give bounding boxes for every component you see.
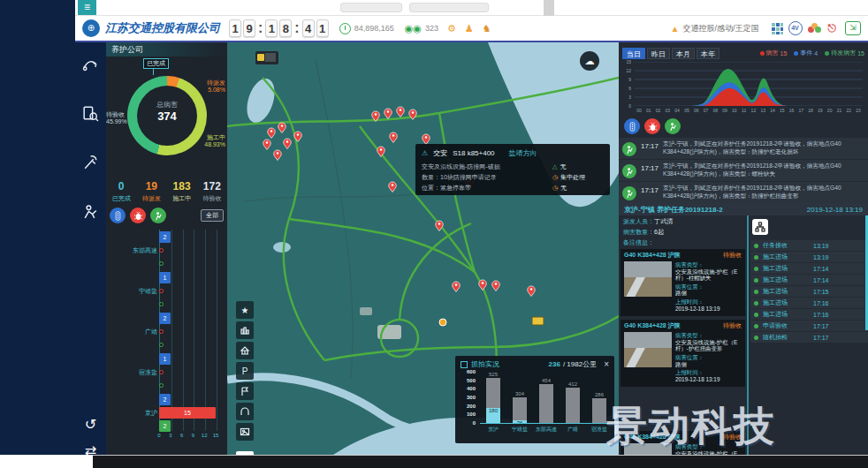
- rail-icon-worker[interactable]: [81, 203, 100, 222]
- disease-photo[interactable]: [624, 443, 672, 455]
- card-body: 病害类型：交安及沿线设施-护栏（E杆）-护栏扭曲变形病害位置：路侧上报时间：20…: [621, 332, 745, 387]
- bar-待派发[interactable]: 1: [159, 353, 171, 365]
- grid-apps-icon[interactable]: [772, 23, 783, 34]
- resize-icon[interactable]: ⇲: [845, 21, 861, 35]
- timeline-row[interactable]: 施工进场13:19: [750, 252, 868, 262]
- disease-filter-button[interactable]: [130, 208, 146, 223]
- service-area-button[interactable]: [236, 321, 254, 339]
- bar-待派发[interactable]: 2: [159, 394, 171, 405]
- landmark-button[interactable]: [236, 342, 254, 359]
- snapshot-bar[interactable]: [566, 388, 580, 423]
- palette-icon[interactable]: [808, 23, 821, 34]
- timeline-row[interactable]: 施工进场17:15: [750, 286, 868, 297]
- logout-icon[interactable]: ⎋: [828, 22, 837, 34]
- timeline-row[interactable]: 施工进场17:14: [750, 275, 868, 285]
- y-tick: 0: [473, 420, 476, 426]
- tab-month[interactable]: 本月: [672, 48, 695, 59]
- tunnel-button[interactable]: [236, 403, 254, 420]
- snapshot-bar[interactable]: 36: [513, 397, 527, 423]
- users-icon: ◉◉: [405, 23, 422, 34]
- event-row[interactable]: 17:17京沪-宁镇，刘斌正在对养护任务20191218-2申请验收，病害地点G…: [619, 160, 868, 181]
- strip-chip: [409, 3, 489, 12]
- tab-year[interactable]: 本年: [697, 48, 720, 59]
- rail-icon-inspection-search[interactable]: [81, 104, 100, 123]
- weather-cloud-button[interactable]: ☁: [580, 51, 599, 71]
- bar-施工[interactable]: 2: [159, 420, 171, 432]
- donut-center: 总病害 374: [137, 86, 197, 146]
- timeline-row[interactable]: 施工进场17:16: [750, 298, 868, 308]
- disease-photo[interactable]: [624, 261, 672, 297]
- bar-category-label: 广靖: [145, 328, 157, 336]
- clock-digit: 4: [302, 19, 315, 37]
- bar-病害[interactable]: 15: [159, 407, 216, 419]
- hour-tick: 10: [732, 108, 737, 113]
- donut-label-working: 施工中48.93%: [204, 134, 225, 148]
- bar-category-label: 宁靖盐: [139, 287, 157, 296]
- y-tick: 9: [628, 77, 631, 82]
- bar-row: 2: [159, 231, 171, 243]
- tab-today[interactable]: 当日: [622, 48, 645, 59]
- worker-filter-button[interactable]: [665, 118, 681, 134]
- y-tick: 600: [467, 369, 476, 374]
- company-bar-chart: 东部高速2宁靖盐1广靖2宿淮盐1京沪2152 03691215: [106, 230, 225, 440]
- timeline-row[interactable]: 施工进场17:14: [750, 263, 868, 274]
- rail-icon-repair-tools[interactable]: [81, 154, 100, 172]
- hour-tick: 23: [856, 108, 861, 113]
- bar-待派发[interactable]: 2: [159, 231, 171, 243]
- flag-button[interactable]: [236, 382, 254, 400]
- person-icon[interactable]: ♟: [465, 23, 474, 34]
- disease-filter-button[interactable]: [644, 118, 660, 134]
- bar-待派发[interactable]: 2: [159, 313, 171, 324]
- gear-icon[interactable]: ⚙: [447, 23, 456, 34]
- hour-tick: 16: [789, 108, 795, 113]
- event-row[interactable]: 17:17京沪-宁镇，刘斌正在对养护任务20191218-2申请验收，病害地点G…: [619, 138, 868, 159]
- company-logo-icon: ⊕: [82, 19, 100, 37]
- undo-icon[interactable]: ↺: [81, 415, 100, 434]
- disease-photo[interactable]: [624, 332, 672, 367]
- truck-snapshot-thumbnail[interactable]: [255, 51, 278, 64]
- timeline-row[interactable]: 任务接收13:19: [750, 240, 868, 251]
- user-breadcrumb[interactable]: 交通控股/感动/王定国: [682, 23, 758, 34]
- zero-dot: [159, 289, 164, 293]
- timeline-row[interactable]: 申请验收17:17: [750, 321, 868, 331]
- rail-icon-route[interactable]: [81, 55, 100, 73]
- task-header-bar[interactable]: 京沪-宁镇 养护任务20191218-2 2019-12-18 13:19: [619, 203, 868, 215]
- disease-card[interactable]: G40 K384+428 沪陕待验收病害类型：交安及沿线设施-护栏（E杆）-护栏…: [621, 320, 745, 387]
- tab-yesterday[interactable]: 昨日: [647, 48, 670, 59]
- snapshot-done-km: 236: [549, 360, 560, 368]
- snapshot-image-button[interactable]: [236, 423, 254, 441]
- filter-all-button[interactable]: 全部: [201, 209, 224, 222]
- av-badge-icon[interactable]: 4V: [788, 21, 803, 35]
- snapshot-bar-value: 454: [533, 378, 560, 383]
- timeline-label: 任务接收: [763, 241, 809, 250]
- clock-digit: 8: [279, 19, 292, 37]
- snapshot-bar[interactable]: 180: [486, 378, 500, 423]
- parking-button[interactable]: P: [236, 362, 254, 380]
- map-canvas[interactable]: ☁ ★ P ≡ ⚠ 交安 S18 k85+400 盐靖方向 交安及沿线设施-防撞…: [227, 42, 619, 455]
- card-field-label: 上报时间：: [675, 369, 742, 376]
- snapshot-popup-title: 抓拍实况: [471, 359, 499, 369]
- snapshot-close-icon[interactable]: ×: [604, 359, 609, 369]
- timeline-row[interactable]: 随机抽检17:17: [750, 332, 868, 343]
- bar-row: [159, 326, 164, 337]
- timeline-row[interactable]: 施工进场17:16: [750, 309, 868, 320]
- disease-card[interactable]: G40 K384+428 沪陕待验收病害类型：交安及沿线设施-护栏（E杆）-柱帽…: [621, 249, 745, 316]
- event-time: 17:17: [641, 142, 659, 150]
- org-tree-button[interactable]: [752, 219, 768, 235]
- worker-filter-button[interactable]: [150, 208, 166, 223]
- hour-tick: 09: [722, 108, 727, 113]
- snapshot-bar[interactable]: [592, 398, 606, 423]
- card-road: G40 K384+428 沪陕: [624, 433, 681, 442]
- top-hamburger-button[interactable]: ≡: [78, 0, 96, 15]
- snapshot-bar[interactable]: [539, 384, 553, 423]
- signal-filter-button[interactable]: [110, 208, 126, 223]
- disease-stats-row: 0已完成 19待派发 183施工中 172待验收: [106, 180, 227, 203]
- event-row[interactable]: 17:17京沪-宁镇，刘斌正在对养护任务20191218-2申请验收，病害地点G…: [619, 182, 868, 203]
- disease-card[interactable]: G40 K384+428 沪陕待验收病害类型：交安及沿线设施-护栏（E杆）-柱帽…: [621, 431, 745, 455]
- rider-icon[interactable]: ♞: [483, 23, 491, 34]
- favorites-star-button[interactable]: ★: [236, 301, 254, 319]
- bar-待派发[interactable]: 1: [159, 272, 171, 283]
- signal-filter-button[interactable]: [624, 118, 640, 134]
- hour-tick: 17: [799, 108, 804, 113]
- strip-scrollbar[interactable]: [544, 0, 554, 16]
